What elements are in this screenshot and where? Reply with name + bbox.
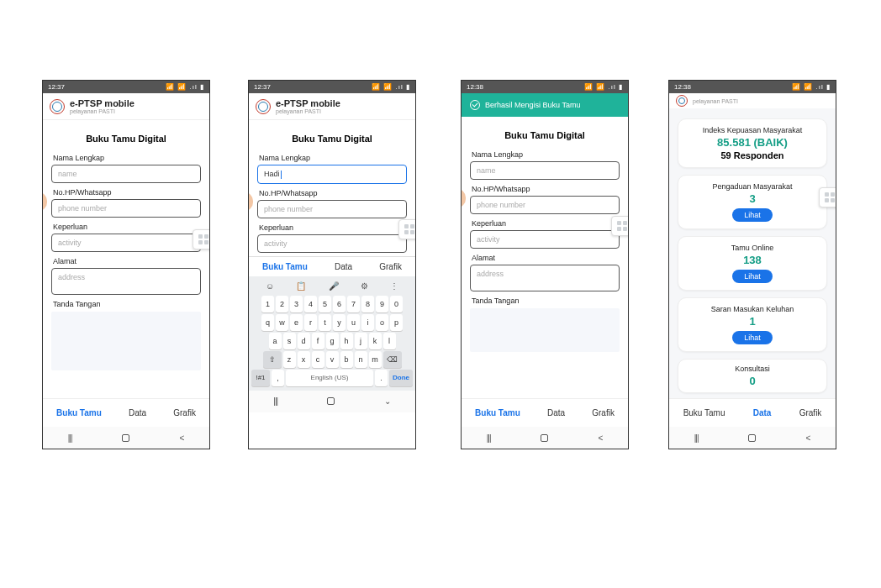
floating-widget-icon[interactable]: [611, 216, 628, 236]
kb-key[interactable]: l: [383, 333, 396, 349]
kb-key[interactable]: s: [283, 333, 296, 349]
phone-input[interactable]: phone number: [470, 196, 620, 214]
kb-key[interactable]: 8: [361, 296, 374, 312]
kb-key[interactable]: 1: [261, 296, 274, 312]
kb-emoji-icon[interactable]: ☺: [266, 281, 274, 291]
tab-buku-tamu[interactable]: Buku Tamu: [56, 408, 102, 417]
edge-handle-icon[interactable]: [462, 189, 466, 207]
tab-grafik[interactable]: Grafik: [173, 408, 196, 417]
need-label: Keperluan: [259, 223, 405, 232]
suggestion-item[interactable]: Grafik: [379, 262, 402, 271]
signature-pad[interactable]: [51, 312, 201, 370]
tab-data[interactable]: Data: [753, 408, 772, 417]
kb-key[interactable]: m: [369, 351, 382, 368]
edge-handle-icon[interactable]: [43, 192, 47, 211]
kb-key[interactable]: 3: [290, 296, 303, 312]
lihat-button[interactable]: Lihat: [732, 331, 773, 344]
kb-key[interactable]: g: [326, 333, 339, 349]
kb-key[interactable]: w: [276, 314, 288, 331]
kb-key[interactable]: v: [326, 351, 339, 368]
dashboard-content[interactable]: Indeks Kepuasan Masyarakat 85.581 (BAIK)…: [669, 108, 836, 398]
kb-key[interactable]: p: [390, 314, 403, 331]
kb-space-key[interactable]: English (US): [286, 370, 373, 386]
nav-recent-icon[interactable]: |||: [273, 396, 277, 406]
nav-back-icon[interactable]: <: [179, 433, 184, 443]
name-input[interactable]: name: [470, 161, 620, 180]
tab-data[interactable]: Data: [547, 408, 565, 417]
kb-key[interactable]: 7: [347, 296, 360, 312]
kb-key[interactable]: u: [347, 314, 360, 331]
nav-back-icon[interactable]: <: [598, 433, 603, 443]
kb-key[interactable]: i: [361, 314, 374, 331]
floating-widget-icon[interactable]: [193, 229, 209, 249]
kb-key[interactable]: y: [333, 314, 346, 331]
kb-key[interactable]: t: [319, 314, 331, 331]
addr-input[interactable]: address: [470, 265, 620, 291]
nav-back-icon[interactable]: <: [805, 433, 810, 443]
kb-key[interactable]: d: [298, 333, 310, 349]
need-input[interactable]: activity: [51, 234, 201, 252]
suggestion-item[interactable]: Data: [335, 262, 352, 271]
suggestion-item[interactable]: Buku Tamu: [262, 262, 308, 271]
kb-key[interactable]: n: [355, 351, 367, 368]
kb-dot-key[interactable]: .: [375, 370, 388, 386]
kb-key[interactable]: f: [312, 333, 324, 349]
kb-key[interactable]: 0: [390, 296, 403, 312]
kb-settings-icon[interactable]: ⚙: [361, 281, 368, 291]
kb-key[interactable]: 2: [276, 296, 288, 312]
nav-home-icon[interactable]: [122, 434, 129, 442]
need-input[interactable]: activity: [470, 230, 620, 249]
tab-buku-tamu[interactable]: Buku Tamu: [475, 408, 520, 417]
kb-key[interactable]: q: [261, 314, 274, 331]
need-input[interactable]: activity: [257, 234, 407, 253]
kb-symbols-key[interactable]: !#1: [251, 370, 270, 386]
kb-key[interactable]: c: [312, 351, 324, 368]
phone-input[interactable]: phone number: [51, 199, 201, 218]
kb-key[interactable]: 6: [333, 296, 346, 312]
nav-recent-icon[interactable]: |||: [68, 433, 72, 443]
floating-widget-icon[interactable]: [819, 187, 836, 207]
nav-home-icon[interactable]: [748, 434, 756, 442]
kb-key[interactable]: 5: [319, 296, 331, 312]
kb-key[interactable]: k: [369, 333, 382, 349]
keyboard-suggestions: Buku Tamu Data Grafik: [249, 256, 415, 276]
kb-mic-icon[interactable]: 🎤: [329, 281, 339, 291]
nav-recent-icon[interactable]: |||: [487, 433, 491, 443]
nav-recent-icon[interactable]: |||: [694, 433, 699, 443]
kb-key[interactable]: h: [340, 333, 353, 349]
kb-done-key[interactable]: Done: [389, 370, 413, 386]
name-input[interactable]: name: [51, 165, 201, 183]
kb-key[interactable]: a: [269, 333, 282, 349]
kb-more-icon[interactable]: ⋮: [390, 281, 398, 291]
kb-row1: qwertyuiop: [251, 314, 413, 331]
tab-buku-tamu[interactable]: Buku Tamu: [683, 408, 725, 417]
signature-pad[interactable]: [470, 308, 620, 352]
nav-home-icon[interactable]: [541, 434, 548, 442]
kb-clipboard-icon[interactable]: 📋: [296, 281, 306, 291]
phone-input[interactable]: phone number: [257, 200, 407, 218]
lihat-button[interactable]: Lihat: [732, 270, 773, 283]
kb-key[interactable]: e: [290, 314, 303, 331]
kb-key[interactable]: r: [304, 314, 317, 331]
edge-handle-icon[interactable]: [249, 192, 253, 211]
kb-comma-key[interactable]: ,: [272, 370, 284, 386]
tab-grafik[interactable]: Grafik: [592, 408, 615, 417]
floating-widget-icon[interactable]: [398, 219, 415, 239]
nav-back-icon[interactable]: ⌄: [384, 396, 391, 406]
kb-key[interactable]: j: [355, 333, 367, 349]
kb-key[interactable]: 9: [376, 296, 388, 312]
kb-backspace-key[interactable]: ⌫: [383, 351, 402, 368]
tab-grafik[interactable]: Grafik: [799, 408, 822, 417]
kb-key[interactable]: b: [340, 351, 353, 368]
kb-key[interactable]: o: [376, 314, 388, 331]
addr-input[interactable]: address: [51, 268, 201, 295]
ikm-value: 85.581 (BAIK): [685, 136, 820, 149]
name-input[interactable]: Hadi: [257, 165, 407, 184]
kb-shift-key[interactable]: ⇧: [263, 351, 282, 368]
nav-home-icon[interactable]: [327, 397, 335, 405]
lihat-button[interactable]: Lihat: [732, 208, 773, 222]
kb-key[interactable]: z: [283, 351, 296, 368]
tab-data[interactable]: Data: [129, 408, 146, 417]
kb-key[interactable]: 4: [304, 296, 317, 312]
kb-key[interactable]: x: [298, 351, 310, 368]
